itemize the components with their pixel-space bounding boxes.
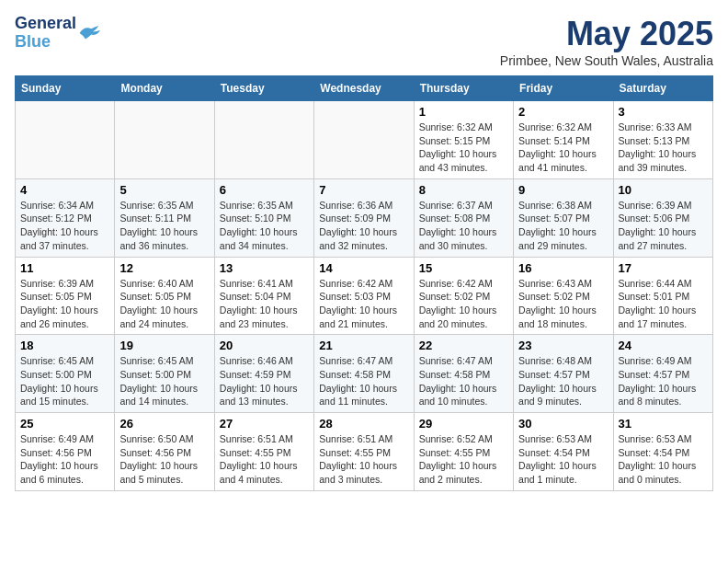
calendar-cell: 18Sunrise: 6:45 AM Sunset: 5:00 PM Dayli… (16, 335, 115, 413)
day-info: Sunrise: 6:46 AM Sunset: 4:59 PM Dayligh… (220, 354, 309, 408)
day-info: Sunrise: 6:43 AM Sunset: 5:02 PM Dayligh… (518, 277, 608, 331)
day-number: 9 (518, 183, 608, 197)
day-number: 31 (619, 417, 708, 431)
day-number: 8 (419, 183, 508, 197)
day-header-friday: Friday (514, 76, 613, 101)
day-info: Sunrise: 6:53 AM Sunset: 4:54 PM Dayligh… (518, 432, 608, 487)
calendar-cell: 14Sunrise: 6:42 AM Sunset: 5:03 PM Dayli… (314, 257, 414, 335)
day-header-monday: Monday (115, 76, 214, 101)
day-info: Sunrise: 6:42 AM Sunset: 5:02 PM Dayligh… (419, 277, 508, 331)
logo-bird-icon (78, 24, 100, 42)
day-header-thursday: Thursday (414, 76, 513, 101)
day-info: Sunrise: 6:33 AM Sunset: 5:13 PM Dayligh… (619, 121, 708, 175)
calendar-cell: 27Sunrise: 6:51 AM Sunset: 4:55 PM Dayli… (214, 413, 313, 491)
calendar-cell: 17Sunrise: 6:44 AM Sunset: 5:01 PM Dayli… (613, 257, 712, 335)
day-number: 28 (319, 417, 408, 431)
logo-text: GeneralBlue (15, 15, 76, 52)
day-number: 15 (419, 261, 508, 275)
calendar-cell: 13Sunrise: 6:41 AM Sunset: 5:04 PM Dayli… (214, 257, 313, 335)
logo: GeneralBlue (15, 15, 100, 52)
calendar-cell (314, 101, 414, 179)
calendar-cell (115, 101, 214, 179)
day-number: 25 (20, 417, 109, 431)
day-info: Sunrise: 6:37 AM Sunset: 5:08 PM Dayligh… (419, 199, 508, 253)
calendar-cell: 20Sunrise: 6:46 AM Sunset: 4:59 PM Dayli… (214, 335, 313, 413)
day-number: 7 (319, 183, 408, 197)
month-title: May 2025 (500, 15, 713, 53)
calendar-cell: 9Sunrise: 6:38 AM Sunset: 5:07 PM Daylig… (514, 178, 613, 257)
day-info: Sunrise: 6:49 AM Sunset: 4:56 PM Dayligh… (20, 432, 109, 487)
day-info: Sunrise: 6:39 AM Sunset: 5:05 PM Dayligh… (20, 277, 109, 331)
calendar-cell: 31Sunrise: 6:53 AM Sunset: 4:54 PM Dayli… (613, 413, 712, 491)
day-number: 22 (419, 339, 508, 352)
calendar-cell: 24Sunrise: 6:49 AM Sunset: 4:57 PM Dayli… (613, 335, 712, 413)
calendar-cell: 4Sunrise: 6:34 AM Sunset: 5:12 PM Daylig… (16, 178, 115, 257)
day-info: Sunrise: 6:50 AM Sunset: 4:56 PM Dayligh… (119, 432, 209, 487)
day-info: Sunrise: 6:52 AM Sunset: 4:55 PM Dayligh… (419, 432, 508, 487)
day-number: 13 (220, 261, 309, 275)
day-number: 19 (119, 339, 209, 352)
day-info: Sunrise: 6:41 AM Sunset: 5:04 PM Dayligh… (220, 277, 309, 331)
day-number: 30 (518, 417, 608, 431)
day-info: Sunrise: 6:48 AM Sunset: 4:57 PM Dayligh… (518, 354, 608, 408)
calendar-cell: 26Sunrise: 6:50 AM Sunset: 4:56 PM Dayli… (115, 413, 214, 491)
calendar-cell: 11Sunrise: 6:39 AM Sunset: 5:05 PM Dayli… (16, 257, 115, 335)
calendar-cell: 25Sunrise: 6:49 AM Sunset: 4:56 PM Dayli… (16, 413, 115, 491)
day-info: Sunrise: 6:34 AM Sunset: 5:12 PM Dayligh… (20, 199, 109, 253)
page-header: GeneralBlue May 2025 Primbee, New South … (15, 15, 713, 68)
day-number: 23 (518, 339, 608, 352)
location: Primbee, New South Wales, Australia (500, 53, 713, 68)
day-header-sunday: Sunday (16, 76, 115, 101)
calendar-cell: 7Sunrise: 6:36 AM Sunset: 5:09 PM Daylig… (314, 178, 414, 257)
calendar-cell: 2Sunrise: 6:32 AM Sunset: 5:14 PM Daylig… (514, 101, 613, 179)
calendar-cell: 21Sunrise: 6:47 AM Sunset: 4:58 PM Dayli… (314, 335, 414, 413)
day-info: Sunrise: 6:36 AM Sunset: 5:09 PM Dayligh… (319, 199, 408, 253)
day-info: Sunrise: 6:53 AM Sunset: 4:54 PM Dayligh… (619, 432, 708, 487)
calendar-cell: 22Sunrise: 6:47 AM Sunset: 4:58 PM Dayli… (414, 335, 513, 413)
day-info: Sunrise: 6:45 AM Sunset: 5:00 PM Dayligh… (119, 354, 209, 408)
day-number: 21 (319, 339, 408, 352)
day-number: 16 (518, 261, 608, 275)
day-number: 17 (619, 261, 708, 275)
day-info: Sunrise: 6:35 AM Sunset: 5:10 PM Dayligh… (220, 199, 309, 253)
calendar-cell: 23Sunrise: 6:48 AM Sunset: 4:57 PM Dayli… (514, 335, 613, 413)
day-info: Sunrise: 6:47 AM Sunset: 4:58 PM Dayligh… (319, 354, 408, 408)
calendar-cell: 8Sunrise: 6:37 AM Sunset: 5:08 PM Daylig… (414, 178, 513, 257)
day-header-wednesday: Wednesday (314, 76, 414, 101)
day-number: 1 (419, 105, 508, 119)
day-number: 12 (119, 261, 209, 275)
calendar-cell: 30Sunrise: 6:53 AM Sunset: 4:54 PM Dayli… (514, 413, 613, 491)
day-info: Sunrise: 6:39 AM Sunset: 5:06 PM Dayligh… (619, 199, 708, 253)
day-number: 4 (20, 183, 109, 197)
title-block: May 2025 Primbee, New South Wales, Austr… (500, 15, 713, 68)
day-number: 24 (619, 339, 708, 352)
calendar-cell: 6Sunrise: 6:35 AM Sunset: 5:10 PM Daylig… (214, 178, 313, 257)
calendar-cell: 10Sunrise: 6:39 AM Sunset: 5:06 PM Dayli… (613, 178, 712, 257)
day-info: Sunrise: 6:40 AM Sunset: 5:05 PM Dayligh… (119, 277, 209, 331)
calendar-cell: 15Sunrise: 6:42 AM Sunset: 5:02 PM Dayli… (414, 257, 513, 335)
day-number: 10 (619, 183, 708, 197)
day-number: 26 (119, 417, 209, 431)
logo-blue: Blue (15, 32, 51, 51)
calendar-cell: 29Sunrise: 6:52 AM Sunset: 4:55 PM Dayli… (414, 413, 513, 491)
day-number: 18 (20, 339, 109, 352)
calendar-week-row: 1Sunrise: 6:32 AM Sunset: 5:15 PM Daylig… (16, 101, 713, 179)
day-info: Sunrise: 6:45 AM Sunset: 5:00 PM Dayligh… (20, 354, 109, 408)
calendar-cell: 1Sunrise: 6:32 AM Sunset: 5:15 PM Daylig… (414, 101, 513, 179)
day-number: 6 (220, 183, 309, 197)
day-info: Sunrise: 6:32 AM Sunset: 5:14 PM Dayligh… (518, 121, 608, 175)
calendar-table: SundayMondayTuesdayWednesdayThursdayFrid… (15, 75, 713, 491)
day-info: Sunrise: 6:51 AM Sunset: 4:55 PM Dayligh… (319, 432, 408, 487)
day-info: Sunrise: 6:38 AM Sunset: 5:07 PM Dayligh… (518, 199, 608, 253)
calendar-cell: 5Sunrise: 6:35 AM Sunset: 5:11 PM Daylig… (115, 178, 214, 257)
day-number: 27 (220, 417, 309, 431)
calendar-cell: 28Sunrise: 6:51 AM Sunset: 4:55 PM Dayli… (314, 413, 414, 491)
calendar-week-row: 18Sunrise: 6:45 AM Sunset: 5:00 PM Dayli… (16, 335, 713, 413)
calendar-cell (16, 101, 115, 179)
day-number: 20 (220, 339, 309, 352)
day-header-saturday: Saturday (613, 76, 712, 101)
calendar-cell: 19Sunrise: 6:45 AM Sunset: 5:00 PM Dayli… (115, 335, 214, 413)
day-info: Sunrise: 6:49 AM Sunset: 4:57 PM Dayligh… (619, 354, 708, 408)
day-info: Sunrise: 6:42 AM Sunset: 5:03 PM Dayligh… (319, 277, 408, 331)
day-info: Sunrise: 6:51 AM Sunset: 4:55 PM Dayligh… (220, 432, 309, 487)
